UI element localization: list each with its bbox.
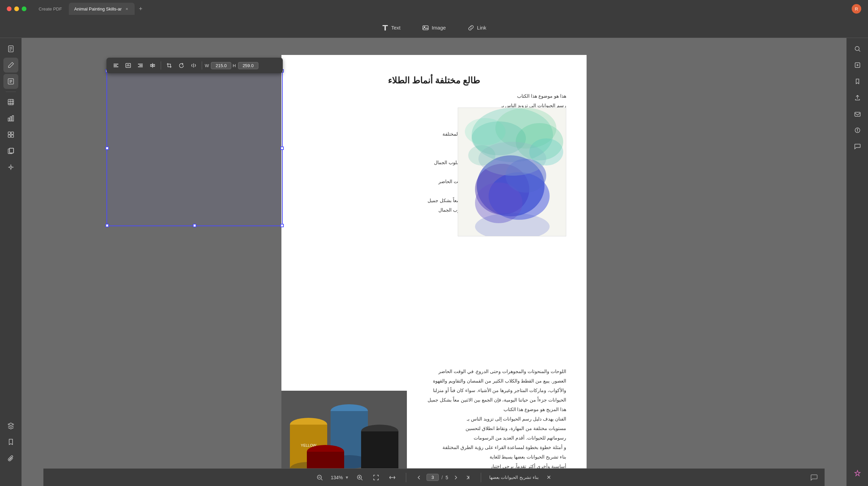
status-close-button[interactable]: ✕ — [544, 473, 554, 482]
sidebar-icon-document[interactable] — [3, 41, 18, 56]
zoom-in-button[interactable] — [354, 472, 365, 483]
right-comment-icon[interactable] — [850, 139, 865, 154]
watercolor-image — [458, 108, 566, 236]
main-area: طالع مختلفة أنماط الطلاء هذا هو موضوع هذ… — [0, 38, 868, 486]
right-bookmark-icon[interactable] — [850, 74, 865, 89]
svg-point-27 — [10, 166, 12, 168]
link-tool-label: Link — [477, 25, 487, 31]
sidebar-icon-text-edit[interactable] — [3, 74, 18, 89]
right-sidebar — [846, 38, 868, 486]
height-label: H — [233, 63, 236, 68]
user-avatar: R — [852, 4, 861, 14]
svg-point-87 — [857, 129, 858, 130]
sidebar-icon-plugin[interactable] — [3, 160, 18, 175]
height-input[interactable] — [238, 62, 258, 69]
zoom-out-button[interactable] — [314, 472, 325, 483]
add-tab-button[interactable]: + — [136, 4, 145, 14]
maximize-button[interactable] — [22, 6, 26, 11]
toolbar-divider-2 — [202, 61, 202, 70]
svg-rect-17 — [8, 118, 9, 121]
right-magic-icon[interactable] — [850, 466, 865, 481]
right-search-icon[interactable] — [850, 41, 865, 56]
svg-rect-84 — [855, 112, 860, 116]
minimize-button[interactable] — [14, 6, 19, 11]
status-divider-1 — [406, 473, 406, 482]
align-right-button[interactable] — [135, 60, 146, 71]
sidebar-icon-template[interactable] — [3, 127, 18, 142]
sidebar-icon-pages[interactable] — [3, 143, 18, 158]
svg-rect-0 — [382, 25, 388, 26]
fit-page-button[interactable] — [371, 472, 381, 483]
fit-width-button[interactable] — [387, 472, 398, 483]
svg-rect-62 — [114, 66, 118, 67]
pdf-page: طالع مختلفة أنماط الطلاء هذا هو موضوع هذ… — [281, 55, 587, 486]
svg-rect-25 — [9, 148, 14, 153]
width-label: W — [205, 63, 209, 68]
right-fit-page-icon[interactable] — [850, 58, 865, 73]
svg-line-74 — [321, 479, 322, 480]
close-button[interactable] — [7, 6, 12, 11]
sidebar-icon-layers[interactable] — [3, 418, 18, 433]
window-controls — [7, 6, 26, 11]
distribute-horizontal-button[interactable] — [147, 60, 158, 71]
resize-handle-bottom-right[interactable] — [280, 224, 284, 227]
sidebar-icon-bookmark[interactable] — [3, 434, 18, 449]
svg-rect-23 — [11, 135, 14, 137]
last-page-button[interactable] — [463, 473, 473, 482]
resize-handle-middle-right[interactable] — [280, 147, 284, 150]
text-tool-label: Text — [391, 25, 401, 31]
svg-rect-63 — [126, 63, 131, 67]
main-toolbar: Text Image Link — [0, 18, 868, 38]
right-properties-icon[interactable] — [850, 123, 865, 138]
left-sidebar — [0, 38, 22, 486]
content-area: طالع مختلفة أنماط الطلاء هذا هو موضوع هذ… — [22, 38, 846, 486]
svg-rect-21 — [11, 132, 14, 134]
svg-point-41 — [468, 145, 495, 166]
svg-rect-71 — [153, 64, 155, 66]
tab-close-icon[interactable]: ✕ — [124, 6, 129, 11]
image-tool-icon — [422, 24, 429, 31]
svg-point-40 — [529, 138, 563, 166]
width-input-group: W — [205, 62, 231, 69]
zoom-dropdown-arrow[interactable]: ▼ — [345, 475, 349, 480]
svg-rect-1 — [384, 26, 386, 31]
svg-rect-70 — [151, 64, 152, 66]
align-left-button[interactable] — [111, 60, 121, 71]
svg-rect-66 — [138, 64, 143, 64]
image-tool-label: Image — [432, 25, 446, 31]
link-tool-icon — [468, 24, 474, 31]
page-number-input[interactable] — [427, 474, 439, 481]
right-export-icon[interactable] — [850, 90, 865, 105]
width-input[interactable] — [211, 62, 231, 69]
text-tool-button[interactable]: Text — [378, 22, 405, 33]
tabs-area: Create PDF Animal Painting Skills-ar ✕ + — [33, 3, 145, 15]
text-tool-icon — [382, 24, 389, 31]
next-page-button[interactable] — [451, 473, 460, 482]
link-tool-button[interactable]: Link — [463, 22, 491, 33]
sidebar-icon-attachment[interactable] — [3, 451, 18, 466]
image-tool-button[interactable]: Image — [418, 22, 450, 33]
svg-rect-67 — [139, 65, 143, 66]
zoom-value: 134% — [331, 475, 343, 480]
resize-handle-middle-left[interactable] — [105, 147, 109, 150]
svg-rect-12 — [8, 99, 14, 105]
sidebar-icon-edit[interactable] — [3, 58, 18, 73]
tab-animal-painting[interactable]: Animal Painting Skills-ar ✕ — [69, 3, 135, 15]
tab-create-pdf[interactable]: Create PDF — [33, 3, 67, 15]
height-input-group: H — [233, 62, 258, 69]
right-mail-icon[interactable] — [850, 106, 865, 121]
svg-line-80 — [859, 50, 860, 52]
selection-box[interactable] — [106, 70, 283, 226]
rotate-button[interactable] — [176, 60, 187, 71]
crop-button[interactable] — [164, 60, 175, 71]
resize-handle-bottom-middle[interactable] — [193, 224, 196, 227]
svg-rect-61 — [114, 65, 117, 66]
prev-page-button[interactable] — [414, 473, 424, 482]
flip-button[interactable] — [188, 60, 199, 71]
status-divider-2 — [481, 473, 481, 482]
comment-icon[interactable] — [810, 473, 818, 483]
sidebar-icon-table[interactable] — [3, 95, 18, 110]
resize-handle-bottom-left[interactable] — [105, 224, 109, 227]
sidebar-icon-stats[interactable] — [3, 111, 18, 126]
align-center-button[interactable] — [123, 60, 134, 71]
